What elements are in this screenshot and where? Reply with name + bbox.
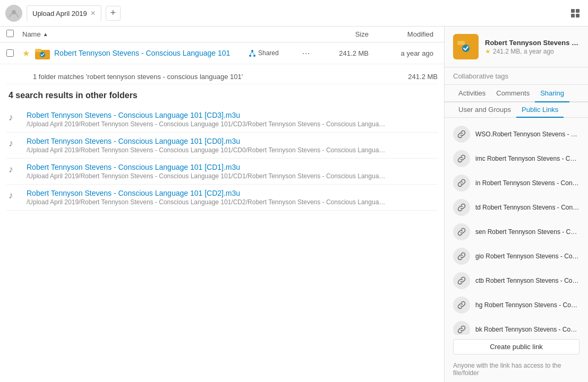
link-text: in Robert Tennyson Stevens - Conscious L…	[475, 179, 580, 187]
result-name: Robert Tennyson Stevens - Conscious Lang…	[27, 137, 436, 145]
link-item[interactable]: sen Robert Tennyson Stevens - Conscious …	[445, 220, 588, 244]
svg-rect-3	[571, 14, 575, 18]
tab-comments[interactable]: Comments	[491, 85, 535, 102]
link-icon-circle	[453, 297, 470, 314]
result-path: /Upload April 2019/Robert Tennyson Steve…	[27, 120, 388, 128]
link-item[interactable]: hg Robert Tennyson Stevens - Conscious L…	[445, 293, 588, 317]
row-select-checkbox[interactable]	[6, 49, 14, 57]
link-text: imc Robert Tennyson Stevens - Conscious …	[475, 155, 580, 162]
right-folder-icon	[453, 34, 479, 59]
shared-label: Shared	[258, 49, 279, 57]
header-checkbox[interactable]	[6, 30, 22, 39]
right-header-info: Robert Tennyson Stevens - Cons... ★ 241.…	[485, 39, 580, 55]
name-column-label: Name	[22, 30, 41, 38]
avatar	[5, 5, 22, 22]
right-star-icon: ★	[485, 48, 491, 55]
results-list: ♪ Robert Tennyson Stevens - Conscious La…	[6, 107, 438, 211]
music-icon: ♪	[8, 112, 21, 123]
link-icon-circle	[453, 126, 470, 143]
result-item[interactable]: ♪ Robert Tennyson Stevens - Conscious La…	[6, 107, 438, 133]
row-checkbox[interactable]	[6, 49, 22, 57]
collab-tags-label: Collaborative tags	[453, 72, 508, 80]
link-text: bk Robert Tennyson Stevens - Conscious L…	[475, 326, 580, 333]
link-item[interactable]: imc Robert Tennyson Stevens - Conscious …	[445, 146, 588, 171]
search-results: 1 folder matches 'robert tennyson steven…	[0, 64, 444, 382]
link-text: td Robert Tennyson Stevens - Conscious L…	[475, 204, 580, 211]
link-text: ctb Robert Tennyson Stevens - Conscious …	[475, 277, 580, 284]
result-path: /Upload April 2019/Robert Tennyson Steve…	[27, 198, 388, 206]
top-bar: Upload April 2019 ✕ +	[0, 0, 588, 27]
link-item[interactable]: bk Robert Tennyson Stevens - Conscious L…	[445, 317, 588, 335]
svg-rect-6	[35, 49, 41, 52]
svg-rect-2	[576, 9, 580, 13]
folder-name[interactable]: Robert Tennyson Stevens - Conscious Lang…	[54, 49, 249, 57]
link-icon-circle	[453, 248, 470, 265]
folder-modified: a year ago	[369, 49, 438, 57]
grid-view-icon[interactable]	[568, 6, 583, 21]
music-icon: ♪	[8, 164, 21, 175]
link-text: hg Robert Tennyson Stevens - Conscious L…	[475, 301, 580, 309]
link-text: sen Robert Tennyson Stevens - Conscious …	[475, 228, 580, 236]
collab-tags: Collaborative tags	[445, 67, 588, 85]
subtab-user-groups[interactable]: User and Groups	[453, 102, 516, 118]
subtab-public-links[interactable]: Public Links	[516, 102, 564, 118]
tab-close-icon[interactable]: ✕	[90, 10, 96, 17]
public-links-list: WSO.Robert Tennyson Stevens - Conscious …	[445, 118, 588, 335]
link-icon-circle	[453, 175, 470, 192]
link-icon-circle	[453, 199, 470, 216]
create-public-link-button[interactable]: Create public link	[453, 339, 580, 354]
link-item[interactable]: WSO.Robert Tennyson Stevens - Conscious …	[445, 122, 588, 146]
folder-icon	[35, 47, 54, 59]
right-panel-header: Robert Tennyson Stevens - Cons... ★ 241.…	[445, 27, 588, 67]
sort-arrow-icon: ▲	[43, 31, 48, 37]
link-item[interactable]: ctb Robert Tennyson Stevens - Conscious …	[445, 268, 588, 293]
row-actions-button[interactable]: ···	[296, 48, 316, 59]
right-meta-text: 241.2 MB, a year ago	[493, 48, 554, 55]
panel-subtabs: User and Groups Public Links	[445, 102, 588, 118]
star-icon[interactable]: ★	[22, 48, 35, 58]
link-item[interactable]: gio Robert Tennyson Stevens - Conscious …	[445, 244, 588, 268]
select-all-checkbox[interactable]	[6, 30, 14, 37]
results-heading: 4 search results in other folders	[6, 91, 438, 100]
folder-row[interactable]: ★ Robert Tennyson Stevens - Conscious La…	[0, 42, 444, 64]
music-icon: ♪	[8, 190, 21, 201]
link-icon-circle	[453, 150, 470, 167]
svg-rect-1	[571, 9, 575, 13]
right-header-name: Robert Tennyson Stevens - Cons...	[485, 39, 580, 47]
size-column-label: Size	[316, 30, 369, 38]
match-size: 241.2 MB	[408, 73, 438, 81]
right-panel: Robert Tennyson Stevens - Cons... ★ 241.…	[445, 27, 588, 382]
table-header: Name ▲ Size Modified	[0, 27, 444, 42]
match-summary: 1 folder matches 'robert tennyson steven…	[6, 70, 438, 84]
result-item[interactable]: ♪ Robert Tennyson Stevens - Conscious La…	[6, 185, 438, 211]
link-text: gio Robert Tennyson Stevens - Conscious …	[475, 253, 580, 260]
link-item[interactable]: in Robert Tennyson Stevens - Conscious L…	[445, 171, 588, 195]
folder-size: 241.2 MB	[316, 49, 369, 57]
result-path: /Upload April 2019/Robert Tennyson Steve…	[27, 146, 388, 154]
tab-activities[interactable]: Activities	[453, 85, 491, 102]
result-name: Robert Tennyson Stevens - Conscious Lang…	[27, 163, 436, 171]
file-pane: Name ▲ Size Modified ★ Robert Tennyson S…	[0, 27, 445, 382]
result-item[interactable]: ♪ Robert Tennyson Stevens - Conscious La…	[6, 159, 438, 185]
result-item[interactable]: ♪ Robert Tennyson Stevens - Conscious La…	[6, 133, 438, 159]
modified-column-label: Modified	[369, 30, 438, 38]
shared-badge: Shared	[249, 49, 296, 57]
link-item[interactable]: td Robert Tennyson Stevens - Conscious L…	[445, 195, 588, 220]
result-name: Robert Tennyson Stevens - Conscious Lang…	[27, 189, 436, 197]
link-note: Anyone with the link has access to the f…	[445, 359, 588, 382]
tab-sharing[interactable]: Sharing	[535, 85, 569, 102]
link-icon-circle	[453, 272, 470, 289]
sort-by-name[interactable]: Name ▲	[22, 30, 316, 38]
tab-label: Upload April 2019	[32, 10, 87, 18]
svg-rect-9	[457, 41, 465, 45]
panel-tabs: Activities Comments Sharing	[445, 85, 588, 102]
link-icon-circle	[453, 223, 470, 240]
link-icon-circle	[453, 321, 470, 335]
match-summary-text: 1 folder matches 'robert tennyson steven…	[33, 73, 243, 81]
svg-rect-4	[576, 14, 580, 18]
result-path: /Upload April 2019/Robert Tennyson Steve…	[27, 172, 388, 180]
tab-add-button[interactable]: +	[106, 6, 121, 21]
music-icon: ♪	[8, 138, 21, 149]
tab-upload-april-2019[interactable]: Upload April 2019 ✕	[27, 5, 101, 21]
link-text: WSO.Robert Tennyson Stevens - Conscious …	[475, 131, 580, 138]
